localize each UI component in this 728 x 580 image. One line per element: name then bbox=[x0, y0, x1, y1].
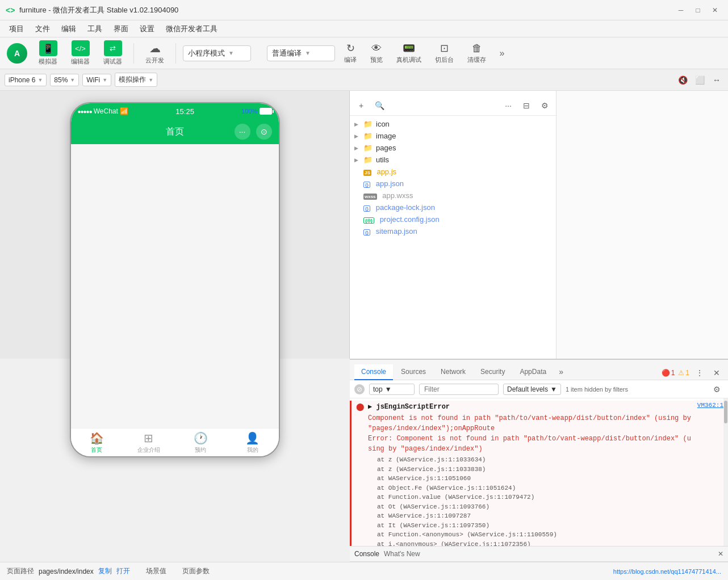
bottom-whats-new-tab[interactable]: What's New bbox=[384, 550, 420, 558]
toolbar-separator-2 bbox=[175, 43, 176, 64]
console-tabs-more[interactable]: » bbox=[557, 364, 566, 380]
status-right: 100% bbox=[241, 108, 271, 115]
preview-button[interactable]: 👁 预览 bbox=[366, 40, 387, 66]
tab-network[interactable]: Network bbox=[434, 364, 472, 380]
tab-security[interactable]: Security bbox=[474, 364, 512, 380]
filter-input[interactable] bbox=[419, 384, 499, 395]
folder-icon: 📁 bbox=[363, 120, 373, 128]
cloud-dev-button[interactable]: ☁ 云开发 bbox=[141, 39, 169, 67]
scale-selector[interactable]: 85% ▼ bbox=[50, 74, 79, 86]
scale-value: 85% bbox=[54, 76, 68, 84]
menu-item-tools[interactable]: 工具 bbox=[83, 22, 107, 36]
file-name-packagelock: package-lock.json bbox=[374, 203, 435, 212]
file-name-appjs: app.js bbox=[375, 167, 396, 176]
level-arrow-icon: ▼ bbox=[550, 385, 557, 393]
list-item[interactable]: ▶ 📁 image bbox=[350, 130, 556, 142]
menu-item-file[interactable]: 文件 bbox=[31, 22, 55, 36]
mute-button[interactable]: 🔇 bbox=[676, 73, 689, 87]
level-selector[interactable]: Default levels ▼ bbox=[503, 384, 561, 395]
folder-arrow-icon: ▶ bbox=[354, 145, 361, 151]
console-close-button[interactable]: ✕ bbox=[710, 366, 723, 380]
header-home-button[interactable]: ⊙ bbox=[256, 124, 272, 140]
rotate-button[interactable]: ↔ bbox=[710, 73, 723, 87]
page-title: 首页 bbox=[166, 126, 184, 138]
json-badge: {} bbox=[363, 203, 370, 212]
bottom-console-tab[interactable]: Console bbox=[354, 550, 379, 558]
header-more-button[interactable]: ··· bbox=[235, 124, 250, 140]
tab-home-label: 首页 bbox=[91, 446, 102, 454]
more-file-button[interactable]: ··· bbox=[501, 99, 515, 112]
device-selector[interactable]: iPhone 6 ▼ bbox=[5, 74, 47, 86]
copy-link[interactable]: 复制 bbox=[98, 566, 112, 576]
list-item[interactable]: ▶ {} sitemap.json bbox=[350, 225, 556, 237]
open-link[interactable]: 打开 bbox=[116, 566, 130, 576]
path-value: pages/index/index bbox=[39, 568, 94, 575]
tab-mine[interactable]: 👤 我的 bbox=[227, 428, 279, 456]
close-button[interactable]: ✕ bbox=[708, 5, 722, 16]
console-scrollbar-thumb[interactable] bbox=[724, 401, 727, 423]
cut-back-button[interactable]: ⊡ 切后台 bbox=[430, 40, 458, 66]
file-name-icon: icon bbox=[376, 120, 390, 128]
tab-home[interactable]: 🏠 首页 bbox=[71, 428, 123, 456]
device-bar: iPhone 6 ▼ 85% ▼ WiFi ▼ 模拟操作 ▼ 🔇 ⬜ ↔ bbox=[0, 69, 728, 91]
compile-button[interactable]: ↻ 编译 bbox=[340, 40, 361, 66]
clear-cache-button[interactable]: 🗑 清缓存 bbox=[463, 40, 491, 66]
simulator-button[interactable]: 📱 模拟器 bbox=[34, 38, 62, 68]
folder-arrow-icon: ▶ bbox=[354, 157, 361, 163]
minimize-button[interactable]: ─ bbox=[673, 5, 688, 16]
context-selector[interactable]: top ▼ bbox=[369, 384, 415, 395]
compile-selector[interactable]: 普通编译 ▼ bbox=[267, 45, 335, 61]
tab-about[interactable]: ⊞ 企业介绍 bbox=[123, 428, 175, 456]
collapse-button[interactable]: ⊟ bbox=[520, 99, 533, 112]
json-badge: {} bbox=[363, 227, 370, 236]
menu-item-project[interactable]: 项目 bbox=[5, 22, 28, 36]
simulator-label: 模拟器 bbox=[39, 57, 57, 66]
status-url[interactable]: https://blog.csdn.net/qq11474771414... bbox=[613, 568, 721, 575]
log-source-link[interactable]: VM362:1 bbox=[697, 402, 723, 409]
list-item[interactable]: ▶ 📁 icon bbox=[350, 118, 556, 130]
json-badge: {} bbox=[363, 179, 370, 188]
mode-selector[interactable]: 小程序模式 ▼ bbox=[183, 45, 251, 61]
settings-file-button[interactable]: ⚙ bbox=[538, 99, 551, 112]
list-item[interactable]: ▶ 📁 utils bbox=[350, 154, 556, 166]
console-scrollbar[interactable] bbox=[723, 398, 728, 546]
maximize-button[interactable]: □ bbox=[691, 5, 705, 16]
screen-button[interactable]: ⬜ bbox=[693, 73, 706, 87]
tab-sources[interactable]: Sources bbox=[394, 364, 433, 380]
list-item[interactable]: ▶ {} package-lock.json bbox=[350, 201, 556, 213]
tab-console[interactable]: Console bbox=[354, 364, 393, 380]
toolbar-more-button[interactable]: » bbox=[495, 47, 509, 60]
menu-item-interface[interactable]: 界面 bbox=[109, 22, 133, 36]
menu-item-edit[interactable]: 编辑 bbox=[57, 22, 81, 36]
operation-selector[interactable]: 模拟操作 ▼ bbox=[115, 73, 157, 87]
tab-booking[interactable]: 🕐 预约 bbox=[175, 428, 227, 456]
add-file-button[interactable]: + bbox=[354, 99, 368, 112]
preview-icon: 👁 bbox=[371, 43, 382, 54]
status-time: 15:25 bbox=[128, 107, 242, 116]
network-value: WiFi bbox=[86, 76, 100, 84]
network-selector[interactable]: WiFi ▼ bbox=[82, 74, 111, 86]
console-settings-button[interactable]: ⋮ bbox=[693, 366, 706, 380]
console-gear-button[interactable]: ⚙ bbox=[710, 383, 723, 396]
bottom-close-button[interactable]: ✕ bbox=[718, 550, 723, 558]
iphone-content bbox=[71, 144, 279, 428]
menu-item-settings[interactable]: 设置 bbox=[135, 22, 159, 36]
tab-appdata[interactable]: AppData bbox=[513, 364, 553, 380]
block-icon[interactable]: ⊘ bbox=[354, 384, 365, 394]
list-item[interactable]: ▶ JS app.js bbox=[350, 166, 556, 178]
simulator-panel: ●●●●● WeChat 📶 15:25 100% 首页 ··· ⊙ bbox=[0, 91, 350, 359]
list-item[interactable]: ▶ {◎} project.config.json bbox=[350, 213, 556, 225]
list-item[interactable]: ▶ {} app.json bbox=[350, 178, 556, 190]
operation-arrow-icon: ▼ bbox=[148, 77, 153, 83]
search-file-button[interactable]: 🔍 bbox=[373, 99, 386, 112]
stack-trace: at z (WAService.js:1:1033634) at z (WASe… bbox=[368, 455, 693, 546]
menu-item-wechat-devtools[interactable]: 微信开发者工具 bbox=[161, 22, 222, 36]
mode-value: 小程序模式 bbox=[188, 48, 225, 58]
real-device-button[interactable]: 📟 真机调试 bbox=[392, 40, 426, 66]
debugger-button[interactable]: ⇄ 调试器 bbox=[99, 38, 127, 68]
compile-icon: ↻ bbox=[346, 42, 355, 54]
list-item[interactable]: ▶ 📁 pages bbox=[350, 142, 556, 154]
avatar[interactable]: A bbox=[7, 43, 27, 64]
editor-button[interactable]: </> 编辑器 bbox=[66, 38, 94, 68]
list-item[interactable]: ▶ wxss app.wxss bbox=[350, 190, 556, 201]
